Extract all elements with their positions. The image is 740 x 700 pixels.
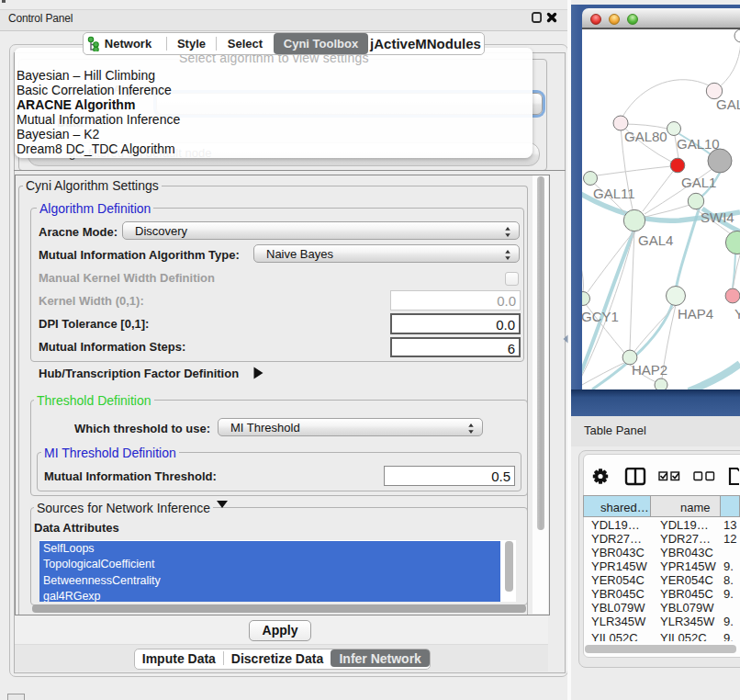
svg-text:GAL10: GAL10 [677, 136, 720, 152]
svg-text:GAL1: GAL1 [681, 175, 716, 190]
svg-text:GAL4: GAL4 [638, 232, 673, 248]
svg-text:SWI4: SWI4 [701, 209, 734, 225]
svg-text:HAP2: HAP2 [632, 362, 667, 378]
svg-text:Y: Y [734, 306, 740, 322]
svg-text:GAL11: GAL11 [593, 186, 635, 201]
svg-text:HAP4: HAP4 [678, 306, 713, 322]
svg-text:GAL: GAL [716, 96, 740, 112]
svg-text:GCY1: GCY1 [582, 309, 619, 324]
svg-text:GAL80: GAL80 [624, 129, 667, 144]
